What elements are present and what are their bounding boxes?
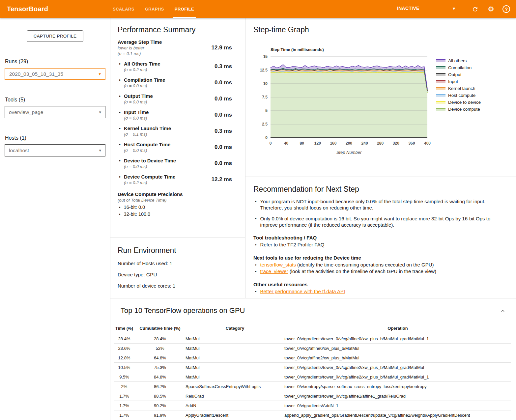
metric-name: Output Time xyxy=(124,93,153,99)
precisions-note: (out of Total Device Time) xyxy=(118,198,232,203)
cell-category: AddN xyxy=(186,401,284,410)
tools-select-value: overview_page xyxy=(9,109,43,115)
run-environment-title: Run Environment xyxy=(118,246,238,255)
step-time-chart: Step Time (in milliseconds) 02.557.51012… xyxy=(253,47,516,157)
chevron-up-icon[interactable] xyxy=(500,308,505,315)
tools-select[interactable]: overview_page ▾ xyxy=(5,106,105,118)
legend-swatch-icon xyxy=(436,87,445,90)
cell-operation: tower_0/v/gradients/AddN_1 xyxy=(284,401,511,410)
cell-operation: tower_0/v/gradients/tower_0/v/cg/affine0… xyxy=(284,334,511,344)
table-body: 28.4% 28.4% MatMul tower_0/v/gradients/t… xyxy=(114,334,511,420)
help-icon[interactable]: ? xyxy=(502,5,510,13)
svg-text:15: 15 xyxy=(263,54,268,59)
tool-link[interactable]: trace_viewer xyxy=(260,268,288,274)
recommendation-text: Your program is NOT input-bound because … xyxy=(260,198,503,211)
operations-table: Time (%) Cumulative time (%) Category Op… xyxy=(114,324,511,420)
metric-row: • Output Time (σ = 0.0 ms) 0.0 ms xyxy=(118,93,232,104)
column-header-time: Time (%) xyxy=(114,324,134,334)
run-environment-panel: Run Environment Number of Hosts used: 1D… xyxy=(110,238,245,289)
performance-column: Performance Summary Average Step Time lo… xyxy=(110,18,245,298)
metric-name: Kernel Launch Time xyxy=(124,126,171,131)
legend-item: Compilation xyxy=(436,64,481,71)
average-step-time: Average Step Time lower is better (σ = 0… xyxy=(118,39,232,56)
cell-category: SparseSoftmaxCrossEntropyWithLogits xyxy=(186,382,284,391)
table-row: 1.7% 91.9% ApplyGradientDescent append_a… xyxy=(114,410,511,420)
cell-time: 23.6% xyxy=(114,344,134,353)
metric-value: 12.9 ms xyxy=(212,44,232,51)
metric-sigma: (σ = 0.0 ms) xyxy=(124,116,149,121)
cell-operation: append_apply_gradient_ops/GradientDescen… xyxy=(284,410,511,420)
cell-time: 1.7% xyxy=(114,391,134,401)
metric-row: • Kernel Launch Time (σ = 0.1 ms) 0.3 ms xyxy=(118,126,232,137)
runs-select[interactable]: 2020_03_05_18_31_35 ▾ xyxy=(5,68,105,80)
precision-item: 16-bit: 0.0 xyxy=(118,204,232,211)
legend-item: Output xyxy=(436,71,481,78)
metric-value: 0.0 ms xyxy=(215,144,232,151)
header-actions: INACTIVE ▾ ⚙ ? xyxy=(396,0,516,18)
legend-swatch-icon xyxy=(436,73,445,76)
metric-value: 0.0 ms xyxy=(215,96,232,102)
cell-category: ApplyGradientDescent xyxy=(186,410,284,420)
cell-operation: tower_0/v/gradients/tower_0/v/cg/affine2… xyxy=(284,363,511,372)
svg-text:240: 240 xyxy=(361,141,368,146)
tab-scalars[interactable]: SCALARS xyxy=(107,0,140,18)
performance-summary-panel: Performance Summary Average Step Time lo… xyxy=(110,18,245,238)
tool-link[interactable]: tensorflow_stats xyxy=(260,262,296,267)
bullet-icon: • xyxy=(119,94,121,104)
column-header-operation: Operation xyxy=(284,324,511,334)
metric-sigma: (σ = 0.0 ms) xyxy=(124,164,176,169)
metric-name: Average Step Time xyxy=(118,39,162,45)
metric-note: lower is better xyxy=(118,45,162,50)
legend-label: Kernel launch xyxy=(448,86,475,91)
chevron-down-icon: ▾ xyxy=(99,148,101,153)
recommendation-text: Only 0.0% of device computation is 16 bi… xyxy=(260,215,503,228)
legend-label: Device compute xyxy=(448,107,480,112)
cell-cumulative: 52% xyxy=(134,344,186,353)
status-value: INACTIVE xyxy=(397,6,419,11)
legend-item: Input xyxy=(436,78,481,85)
status-dropdown[interactable]: INACTIVE ▾ xyxy=(396,5,456,13)
svg-text:0: 0 xyxy=(265,135,268,140)
table-row: 1.7% 90.2% AddN tower_0/v/gradients/AddN… xyxy=(114,401,511,410)
resource-link[interactable]: Better performance with the tf.data API xyxy=(260,289,345,294)
metric-sigma: (σ = 0.1 ms) xyxy=(124,132,171,137)
svg-text:Step Number: Step Number xyxy=(336,150,362,155)
table-row: 28.4% 28.4% MatMul tower_0/v/gradients/t… xyxy=(114,334,511,344)
tab-graphs[interactable]: GRAPHS xyxy=(140,0,169,18)
cell-category: MatMul xyxy=(186,353,284,363)
refresh-icon[interactable] xyxy=(471,5,479,14)
svg-text:0: 0 xyxy=(270,141,272,146)
table-header-row: Time (%) Cumulative time (%) Category Op… xyxy=(114,324,511,334)
run-environment-lines: Number of Hosts used: 1Device type: GPUN… xyxy=(118,261,238,289)
recommendation-panel: Recommendation for Next Step Your progra… xyxy=(245,177,516,295)
bullet-icon: • xyxy=(119,174,121,185)
run-environment-line: Device type: GPU xyxy=(118,272,238,277)
metric-list: • All Others Time (σ = 0.2 ms) 0.3 ms • xyxy=(118,61,232,185)
legend-swatch-icon xyxy=(436,80,445,83)
metric-value: 0.3 ms xyxy=(215,63,232,70)
cell-operation: tower_0/v/xentropy/sparse_softmax_cross_… xyxy=(284,382,511,391)
precisions-heading: Device Compute Precisions xyxy=(118,191,232,197)
bullet-icon: • xyxy=(119,61,121,72)
metric-name: All Others Time xyxy=(124,61,160,67)
legend-item: All others xyxy=(436,57,481,64)
legend-swatch-icon xyxy=(436,101,445,104)
legend-label: Compilation xyxy=(448,65,472,70)
tab-profile[interactable]: PROFILE xyxy=(169,0,199,18)
legend-swatch-icon xyxy=(436,59,445,62)
app-title: TensorBoard xyxy=(0,0,55,18)
hosts-select[interactable]: localhost ▾ xyxy=(5,144,105,156)
svg-text:40: 40 xyxy=(284,141,289,146)
cell-operation: tower_0/v/cg/affine0/xw_plus_b/MatMul xyxy=(284,344,511,353)
chevron-down-icon: ▾ xyxy=(453,6,455,11)
settings-gear-icon[interactable]: ⚙ xyxy=(487,5,495,14)
faq-heading: Tool troubleshooting / FAQ xyxy=(253,235,503,240)
svg-text:200: 200 xyxy=(346,141,352,146)
svg-text:320: 320 xyxy=(393,141,399,146)
legend-swatch-icon xyxy=(436,66,445,69)
capture-profile-button[interactable]: CAPTURE PROFILE xyxy=(27,30,84,42)
app-header: TensorBoard SCALARS GRAPHS PROFILE INACT… xyxy=(0,0,516,18)
legend-item: Kernel launch xyxy=(436,85,481,92)
svg-text:12.5: 12.5 xyxy=(260,68,268,72)
metric-value: 0.3 ms xyxy=(215,128,232,134)
